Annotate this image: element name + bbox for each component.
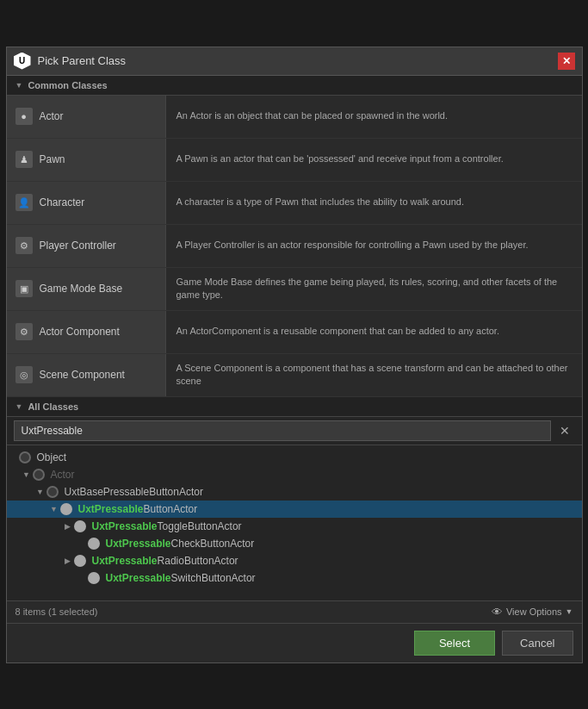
class-desc-game-mode-base: Game Mode Base defines the game being pl… [166, 268, 582, 310]
class-item-actor-component: ⚙Actor ComponentAn ActorComponent is a r… [7, 311, 582, 354]
close-button[interactable]: ✕ [558, 53, 575, 70]
class-label-player-controller: Player Controller [40, 239, 116, 252]
class-icon-actor-component: ⚙ [15, 323, 33, 340]
search-input[interactable] [14, 420, 551, 441]
tree-item-uxtpressable-radio[interactable]: ▶UxtPressableRadioButtonActor [7, 552, 582, 569]
class-btn-character[interactable]: 👤Character [7, 182, 166, 224]
class-icon-player-controller: ⚙ [15, 237, 33, 254]
view-options-label: View Options [506, 606, 562, 617]
class-btn-actor-component[interactable]: ⚙Actor Component [7, 311, 166, 353]
class-btn-pawn[interactable]: ♟Pawn [7, 139, 166, 181]
tree-item-actor[interactable]: ▼Actor [7, 466, 582, 483]
class-desc-player-controller: A Player Controller is an actor responsi… [166, 225, 539, 267]
class-btn-actor[interactable]: ●Actor [7, 96, 166, 138]
tree-node-icon [19, 451, 31, 463]
class-desc-character: A character is a type of Pawn that inclu… [166, 182, 474, 224]
class-desc-pawn: A Pawn is an actor that can be 'possesse… [166, 139, 514, 181]
tree-label-uxtpressable-toggle: UxtPressableToggleButtonActor [92, 520, 242, 532]
tree-node-icon [74, 520, 86, 532]
class-desc-actor: An Actor is an object that can be placed… [166, 96, 459, 138]
class-btn-game-mode-base[interactable]: ▣Game Mode Base [7, 268, 166, 310]
tree-item-uxtpressable-toggle[interactable]: ▶UxtPressableToggleButtonActor [7, 518, 582, 535]
tree-item-uxtpressable-button[interactable]: ▼UxtPressableButtonActor [7, 501, 582, 518]
class-desc-scene-component: A Scene Component is a component that ha… [166, 354, 582, 396]
tree-item-uxtbase[interactable]: ▼UxtBasePressableButtonActor [7, 483, 582, 501]
class-label-character: Character [40, 196, 85, 208]
select-button[interactable]: Select [414, 631, 495, 656]
view-options-button[interactable]: 👁 View Options ▼ [492, 606, 573, 619]
all-classes-label: All Classes [28, 401, 78, 412]
search-clear-button[interactable]: ✕ [554, 422, 575, 439]
tree-item-uxtpressable-switch[interactable]: UxtPressableSwitchButtonActor [7, 569, 582, 587]
tree-item-object[interactable]: Object [7, 449, 582, 466]
tree-node-icon [33, 469, 45, 481]
class-label-scene-component: Scene Component [40, 369, 125, 381]
tree-arrow-icon: ▼ [21, 470, 33, 479]
action-bar: Select Cancel [7, 623, 582, 662]
cancel-button[interactable]: Cancel [502, 631, 573, 656]
tree-node-icon [88, 572, 100, 584]
status-bar: 8 items (1 selected) 👁 View Options ▼ [7, 600, 582, 623]
common-classes-header: Common Classes [7, 76, 582, 96]
class-icon-pawn: ♟ [15, 151, 33, 168]
title-bar: U Pick Parent Class ✕ [7, 47, 582, 76]
tree-node-icon [60, 503, 72, 515]
pick-parent-class-dialog: U Pick Parent Class ✕ Common Classes ●Ac… [6, 47, 583, 663]
common-classes-list: ●ActorAn Actor is an object that can be … [7, 96, 582, 397]
tree-arrow-icon: ▶ [62, 557, 74, 565]
tree-item-uxtpressable-check[interactable]: UxtPressableCheckButtonActor [7, 535, 582, 552]
class-label-actor-component: Actor Component [40, 326, 120, 338]
class-item-game-mode-base: ▣Game Mode BaseGame Mode Base defines th… [7, 268, 582, 311]
tree-label-uxtpressable-switch: UxtPressableSwitchButtonActor [106, 572, 256, 584]
tree-node-icon [88, 538, 100, 550]
ue-logo-icon: U [14, 53, 31, 70]
class-tree-view[interactable]: Object▼Actor▼UxtBasePressableButtonActor… [7, 445, 582, 600]
class-label-actor: Actor [40, 110, 64, 122]
tree-label-object: Object [37, 451, 67, 463]
all-classes-section: All Classes ✕ Object▼Actor▼UxtBasePressa… [7, 397, 582, 600]
eye-icon: 👁 [492, 606, 503, 619]
tree-node-icon [46, 486, 59, 498]
class-item-character: 👤CharacterA character is a type of Pawn … [7, 182, 582, 225]
dialog-title: Pick Parent Class [38, 54, 127, 67]
class-icon-scene-component: ◎ [15, 366, 33, 383]
chevron-down-icon: ▼ [566, 607, 573, 616]
tree-arrow-icon: ▼ [34, 488, 46, 496]
tree-label-actor: Actor [51, 469, 75, 481]
all-classes-header: All Classes [7, 397, 582, 417]
class-item-pawn: ♟PawnA Pawn is an actor that can be 'pos… [7, 139, 582, 182]
tree-label-uxtpressable-radio: UxtPressableRadioButtonActor [92, 555, 238, 567]
class-item-scene-component: ◎Scene ComponentA Scene Component is a c… [7, 354, 582, 397]
tree-label-uxtpressable-check: UxtPressableCheckButtonActor [106, 538, 255, 550]
item-count: 8 items (1 selected) [15, 606, 98, 617]
tree-node-icon [74, 555, 86, 567]
search-bar: ✕ [7, 417, 582, 445]
class-item-player-controller: ⚙Player ControllerA Player Controller is… [7, 225, 582, 268]
class-item-actor: ●ActorAn Actor is an object that can be … [7, 96, 582, 139]
class-label-pawn: Pawn [40, 153, 65, 165]
tree-label-uxtbase: UxtBasePressableButtonActor [65, 486, 203, 498]
tree-arrow-icon: ▼ [48, 505, 60, 513]
tree-label-uxtpressable-button: UxtPressableButtonActor [78, 503, 198, 515]
class-desc-actor-component: An ActorComponent is a reusable componen… [166, 311, 510, 353]
title-bar-left: U Pick Parent Class [14, 53, 127, 70]
class-btn-player-controller[interactable]: ⚙Player Controller [7, 225, 166, 267]
class-icon-game-mode-base: ▣ [15, 280, 33, 297]
class-btn-scene-component[interactable]: ◎Scene Component [7, 354, 166, 396]
common-classes-label: Common Classes [28, 80, 107, 90]
class-icon-actor: ● [15, 108, 33, 125]
class-icon-character: 👤 [15, 194, 33, 211]
tree-arrow-icon: ▶ [62, 522, 74, 531]
class-label-game-mode-base: Game Mode Base [40, 283, 123, 295]
